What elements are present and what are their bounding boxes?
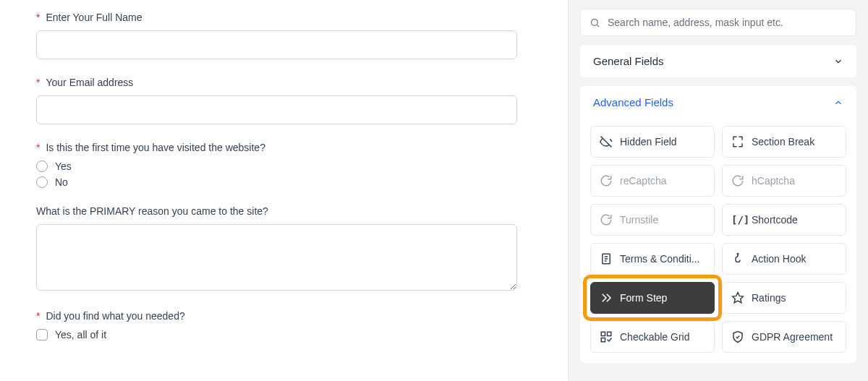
accordion-advanced-fields-panel: Advanced Fields Hidden Field Section Bre… <box>580 86 856 363</box>
field-card-action-hook[interactable]: Action Hook <box>722 243 846 275</box>
field-name: * Enter Your Full Name <box>36 12 532 59</box>
step-icon <box>600 291 613 304</box>
field-card-label: Turnstile <box>620 214 658 226</box>
field-card-recaptcha[interactable]: reCaptcha <box>590 165 715 197</box>
label-email: Your Email address <box>46 77 133 88</box>
field-card-form-step[interactable]: Form Step <box>590 282 715 314</box>
field-card-ratings[interactable]: Ratings <box>722 282 846 314</box>
field-card-label: Checkable Grid <box>620 331 690 343</box>
hcaptcha-icon <box>731 174 744 187</box>
checkbox-icon <box>36 329 48 341</box>
section-icon <box>731 135 744 148</box>
radio-group-first-time: Yes No <box>36 160 532 188</box>
field-card-terms[interactable]: Terms & Conditi... <box>590 243 715 275</box>
shortcode-icon: [/] <box>731 213 744 226</box>
field-primary-reason: What is the PRIMARY reason you came to t… <box>36 205 532 293</box>
svg-point-0 <box>592 19 598 25</box>
field-card-hcaptcha[interactable]: hCaptcha <box>722 165 846 197</box>
field-card-label: hCaptcha <box>752 175 795 187</box>
accordion-advanced-fields[interactable]: Advanced Fields <box>580 86 856 119</box>
accordion-title: Advanced Fields <box>593 96 673 108</box>
label-first-time: Is this the first time you have visited … <box>46 142 265 153</box>
checkbox-label: Yes, all of it <box>55 329 106 341</box>
field-picker-sidebar: General Fields Advanced Fields Hidden Fi… <box>568 0 868 381</box>
label-name: Enter Your Full Name <box>46 12 142 23</box>
advanced-field-grid: Hidden Field Section Break reCaptcha hCa… <box>580 119 856 363</box>
radio-option-yes[interactable]: Yes <box>36 160 532 172</box>
field-card-shortcode[interactable]: [/] Shortcode <box>722 204 846 236</box>
field-card-label: GDPR Agreement <box>752 331 833 343</box>
field-card-turnstile[interactable]: Turnstile <box>590 204 715 236</box>
form-canvas: * Enter Your Full Name * Your Email addr… <box>0 0 568 381</box>
field-card-label: reCaptcha <box>620 175 667 187</box>
svg-rect-10 <box>608 332 611 335</box>
accordion-general-fields[interactable]: General Fields <box>580 45 856 77</box>
shield-icon <box>731 330 744 343</box>
field-card-checkable-grid[interactable]: Checkable Grid <box>590 321 715 353</box>
field-found: * Did you find what you needed? Yes, all… <box>36 310 532 341</box>
grid-icon <box>600 330 613 343</box>
radio-icon <box>36 160 48 172</box>
field-card-label: Form Step <box>620 292 667 304</box>
textarea-primary-reason[interactable] <box>36 224 517 291</box>
star-icon <box>731 291 744 304</box>
field-card-gdpr[interactable]: GDPR Agreement <box>722 321 846 353</box>
svg-marker-8 <box>733 293 744 303</box>
field-email: * Your Email address <box>36 77 532 124</box>
field-card-label: Action Hook <box>752 253 806 265</box>
svg-point-7 <box>737 254 739 255</box>
field-card-label: Terms & Conditi... <box>620 253 699 265</box>
label-primary-reason: What is the PRIMARY reason you came to t… <box>36 205 268 217</box>
field-card-label: Shortcode <box>752 214 798 226</box>
checkbox-option-all[interactable]: Yes, all of it <box>36 329 532 341</box>
search-box[interactable] <box>580 9 856 36</box>
required-asterisk: * <box>36 310 40 322</box>
radio-icon <box>36 176 48 188</box>
hidden-icon <box>600 135 613 148</box>
highlight-form-step: Form Step <box>590 282 715 314</box>
field-card-hidden-field[interactable]: Hidden Field <box>590 126 715 158</box>
required-asterisk: * <box>36 77 40 88</box>
recaptcha-icon <box>600 174 613 187</box>
terms-icon <box>600 252 613 265</box>
radio-label: Yes <box>55 160 72 172</box>
search-icon <box>590 17 600 28</box>
field-card-label: Hidden Field <box>620 136 677 147</box>
svg-rect-11 <box>601 338 605 342</box>
input-email[interactable] <box>36 95 517 124</box>
field-card-label: Ratings <box>752 292 786 304</box>
required-asterisk: * <box>36 142 40 153</box>
svg-rect-9 <box>601 332 605 335</box>
field-first-time: * Is this the first time you have visite… <box>36 142 532 188</box>
turnstile-icon <box>600 213 613 226</box>
radio-label: No <box>55 176 68 188</box>
input-name[interactable] <box>36 30 517 59</box>
chevron-up-icon <box>833 98 843 108</box>
hook-icon <box>731 252 744 265</box>
accordion-title: General Fields <box>593 55 664 67</box>
radio-option-no[interactable]: No <box>36 176 532 188</box>
field-card-label: Section Break <box>752 136 814 147</box>
chevron-down-icon <box>833 56 843 67</box>
search-input[interactable] <box>608 17 847 28</box>
svg-line-1 <box>597 25 599 27</box>
label-found: Did you find what you needed? <box>46 310 184 322</box>
field-card-section-break[interactable]: Section Break <box>722 126 846 158</box>
required-asterisk: * <box>36 12 40 23</box>
